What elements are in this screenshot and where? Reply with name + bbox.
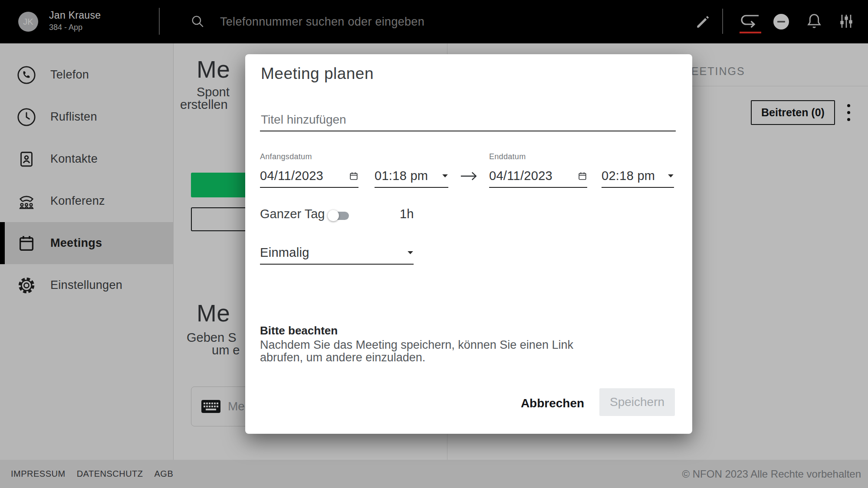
schedule-meeting-dialog: Meeting planen Anfangsdatum Enddatum 04/… <box>245 54 692 434</box>
dialog-title: Meeting planen <box>261 65 374 83</box>
note-title: Bitte beachten <box>260 324 338 337</box>
start-date-field[interactable]: 04/11/2023 <box>260 165 358 188</box>
meeting-title-input[interactable] <box>260 109 676 131</box>
arrow-right-icon <box>460 170 479 184</box>
note-text-line1: Nachdem Sie das Meeting speichern, könne… <box>260 338 573 352</box>
chevron-down-icon <box>407 251 414 255</box>
recurrence-value: Einmalig <box>260 246 309 260</box>
start-date-value: 04/11/2023 <box>260 169 323 183</box>
end-time-value: 02:18 pm <box>602 169 655 183</box>
note-text-line2: abrufen, um andere einzuladen. <box>260 351 425 364</box>
all-day-label: Ganzer Tag <box>260 207 325 221</box>
toggle-knob <box>328 210 339 221</box>
end-date-value: 04/11/2023 <box>489 169 552 183</box>
date-picker-icon <box>349 171 358 181</box>
end-time-field[interactable]: 02:18 pm <box>602 165 674 188</box>
save-button[interactable]: Speichern <box>599 388 675 416</box>
date-picker-icon <box>578 171 587 181</box>
end-date-label: Enddatum <box>489 152 526 161</box>
start-date-label: Anfangsdatum <box>260 152 312 161</box>
app-window: JK Jan Krause 384 - App <box>0 0 868 488</box>
start-time-value: 01:18 pm <box>375 169 428 183</box>
end-date-field[interactable]: 04/11/2023 <box>489 165 587 188</box>
chevron-down-icon <box>667 174 674 178</box>
start-time-field[interactable]: 01:18 pm <box>375 165 448 188</box>
duration-value: 1h <box>400 207 414 221</box>
chevron-down-icon <box>442 174 448 178</box>
all-day-toggle[interactable] <box>328 210 350 222</box>
recurrence-select[interactable]: Einmalig <box>260 242 414 265</box>
cancel-button[interactable]: Abbrechen <box>514 390 591 416</box>
